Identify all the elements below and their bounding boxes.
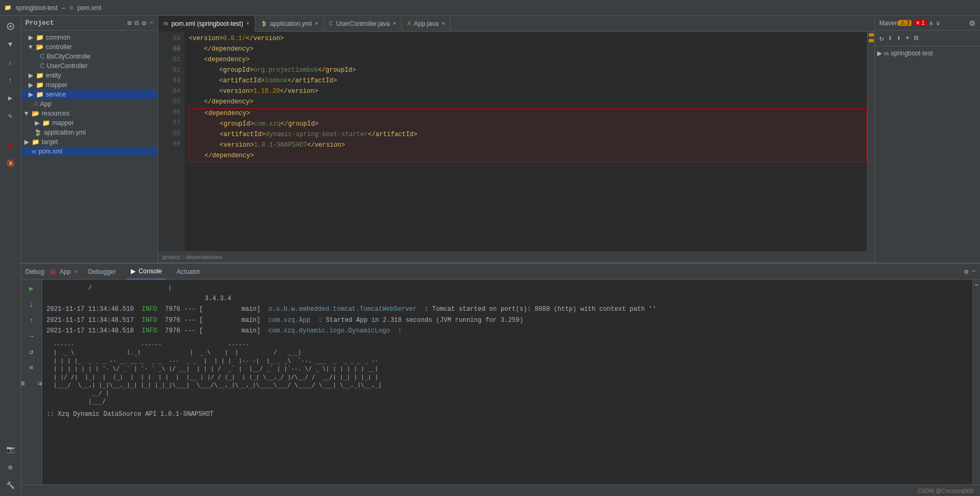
maven-header: Maven ⚠ 3 ✕ 1 ∧ ∨ ⚙ [875, 16, 980, 31]
maven-upload-btn[interactable]: ⬆ [896, 33, 902, 44]
settings-gear-btn[interactable]: ⚙ [964, 268, 968, 276]
xml-tag-artifactid: <artifactId> [189, 76, 265, 86]
sidebar-hide-btn[interactable]: − [149, 19, 153, 27]
tab-actuator[interactable]: Actuator [172, 264, 205, 280]
tab-application[interactable]: 🍃 application.yml × [255, 16, 324, 32]
version-text: 3.4.3.4 [205, 294, 231, 304]
xml-close-artifactid2: </artifactId> [368, 130, 417, 140]
step-into-btn[interactable]: ↓ [2, 54, 19, 71]
line-numbers: 59 60 61 62 63 64 65 66 67 68 69 [158, 32, 185, 251]
expand-icon: ⇔ [975, 282, 978, 288]
tab-console-icon: ▶ [131, 268, 136, 275]
bottom-step-up-btn[interactable]: ↑ [24, 313, 40, 327]
bottom-debug-run-btn[interactable]: ▶ [24, 282, 40, 295]
folder-icon: 📁 [36, 81, 44, 89]
maven-collapse-btn[interactable]: ∨ [936, 20, 940, 27]
step-over-btn[interactable]: ▼ [2, 36, 19, 53]
tree-label-controller: controller [46, 43, 72, 51]
sidebar-collapse-btn[interactable]: ⊟ [135, 19, 139, 27]
code-line-61: <groupId>org.projectlombok</groupId> [189, 65, 867, 76]
tab-pom-close[interactable]: × [246, 21, 249, 26]
log-class-2[interactable]: com.xzq.App [265, 316, 310, 326]
code-editor[interactable]: <version>0.0.1/</version> </dependency> … [185, 32, 867, 251]
log-class-3[interactable]: com.xzq.dynamic.logo.DynamicLogo [265, 326, 390, 336]
tab-pom[interactable]: m pom.xml (springboot-test) × [158, 16, 255, 32]
tab-debugger[interactable]: Debugger [84, 264, 120, 280]
tools-btn[interactable]: 🔧 [2, 477, 19, 494]
tab-application-label: application.yml [270, 20, 312, 27]
tab-app-icon: 🍃 [261, 21, 267, 26]
slash-art: / | [46, 283, 172, 293]
bottom-right-expand[interactable]: ⇔ [973, 280, 980, 484]
mute-btn[interactable]: 🔕 [2, 155, 19, 172]
project-label: Project [25, 19, 54, 27]
tree-item-pom[interactable]: m pom.xml [21, 147, 158, 156]
tree-item-application-yml[interactable]: 🍃 application.yml [21, 128, 158, 137]
tree-item-controller[interactable]: ▼ 📂 controller [21, 42, 158, 52]
maven-expand-btn[interactable]: ∧ [929, 20, 934, 27]
tree-label-usercontroller: UserController [47, 62, 88, 70]
tree-item-resources[interactable]: ▼ 📂 resources [21, 109, 158, 118]
tree-item-common[interactable]: ▶ 📁 common [21, 33, 158, 42]
tab-app-close[interactable]: × [442, 21, 445, 26]
tree-label-mapper: mapper [46, 81, 68, 89]
log-pid-1: 7976 --- [ [165, 304, 203, 314]
sidebar-settings-btn[interactable]: ⚙ [142, 19, 146, 27]
console-content: / | 3.4.3.4 2021-11-17 11:34:48.510 INFO… [42, 280, 973, 484]
tree-item-bscitycontroller[interactable]: C BsCityControlle [21, 52, 158, 61]
sidebar-expand-btn[interactable]: ⊞ [128, 19, 132, 27]
bottom-step-down-btn[interactable]: ↓ [24, 298, 40, 311]
line-64: 64 [160, 87, 180, 97]
tab-usercontroller[interactable]: C UserController.java × [324, 16, 402, 32]
tree-item-target[interactable]: ▶ 📁 target [21, 137, 158, 147]
tree-item-service[interactable]: ▶ 📁 service [21, 90, 158, 99]
camera-btn[interactable]: 📷 [2, 441, 19, 458]
settings-btn[interactable]: ⚙ [2, 459, 19, 476]
tab-uc-close[interactable]: × [393, 21, 396, 26]
step-out-btn[interactable]: ↑ [2, 72, 19, 89]
code-line-67: <artifactId>dynamic-spring-boot-starter<… [189, 130, 867, 140]
tree-item-app[interactable]: A App [21, 99, 158, 109]
breadcrumb-project[interactable]: project [162, 254, 180, 260]
tab-application-close[interactable]: × [315, 21, 318, 26]
eval-btn[interactable]: ✎ [2, 108, 19, 125]
editor-scrollbar[interactable] [867, 32, 875, 251]
maven-refresh-btn[interactable]: ↻ [878, 33, 885, 44]
resume-btn[interactable]: ■ [2, 137, 19, 154]
breadcrumb-sep: › [182, 254, 184, 260]
tab-bar: m pom.xml (springboot-test) × 🍃 applicat… [158, 16, 875, 32]
error-badge: ✕ 1 [914, 20, 926, 26]
xml-tag-dep-close: </dependency> [189, 97, 253, 107]
java-file-icon: C [40, 53, 45, 60]
sidebar: Project ⊞ ⊟ ⚙ − ▶ 📁 common [21, 16, 158, 263]
bottom-left-toolbar: ▶ ↓ ↑ → ↺ ≡ ⊞ ⇉ [21, 280, 42, 484]
debug-app-close[interactable]: × [74, 268, 78, 275]
tree-item-entity[interactable]: ▶ 📁 entity [21, 71, 158, 80]
log-msg-2: : Started App in 2.318 seconds (JVM runn… [314, 316, 523, 326]
log-class-1[interactable]: o.s.b.w.embedded.tomcat.TomcatWebServer [265, 304, 417, 314]
tree-item-usercontroller[interactable]: C UserController [21, 61, 158, 71]
bottom-grid-btn[interactable]: ⊞ [21, 377, 31, 390]
breadcrumb-dependencies[interactable]: dependencies [186, 254, 223, 260]
bottom-filter-btn[interactable]: ≡ [24, 361, 40, 375]
xml-close-tag: </version> [246, 34, 284, 44]
tab-app[interactable]: A App.java × [402, 16, 450, 32]
bottom-undo-btn[interactable]: ↺ [24, 345, 40, 359]
maven-run-btn[interactable]: m [913, 33, 919, 44]
run-cursor-btn[interactable]: ▶ [2, 90, 19, 107]
maven-settings-btn[interactable]: ⚙ [969, 19, 976, 27]
tree-item-mapper[interactable]: ▶ 📁 mapper [21, 80, 158, 90]
maven-project-item[interactable]: ▶ m springboot-test [877, 49, 978, 58]
tree-item-mapper-sub[interactable]: ▶ 📁 mapper [21, 118, 158, 128]
line-68: 68 [160, 129, 180, 139]
code-line-63: <version>1.18.20</version> [189, 87, 867, 97]
maven-add-btn[interactable]: + [904, 33, 910, 44]
title-sep: – [62, 4, 65, 12]
maven-download-btn[interactable]: ⬇ [887, 33, 893, 44]
debug-btn[interactable] [2, 18, 19, 35]
tab-console[interactable]: ▶ Console [127, 264, 166, 280]
bottom-step-right-btn[interactable]: → [24, 329, 40, 343]
arrow-icon: ▶ [27, 91, 34, 98]
code-line-59: </dependency> [189, 44, 867, 55]
bottom-hide-btn[interactable]: − [972, 268, 976, 275]
